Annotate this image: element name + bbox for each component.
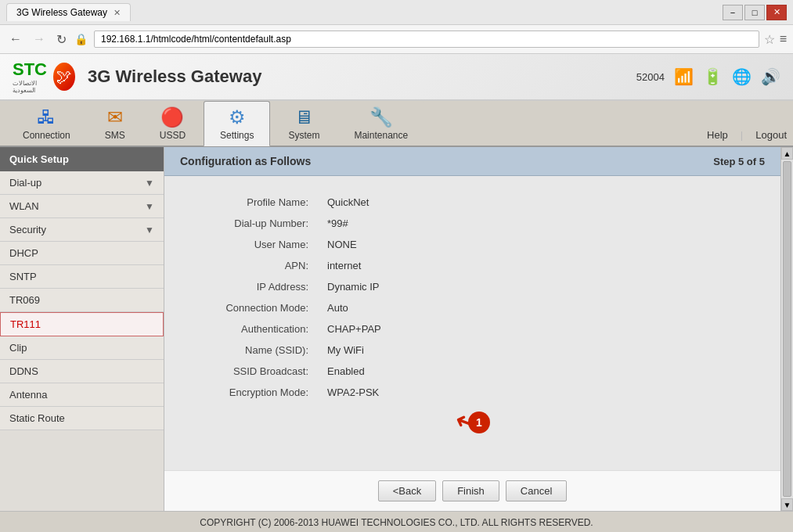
table-row: Authentication:CHAP+PAP [196, 318, 749, 340]
stc-sub: الاتصالات السعودية [13, 80, 50, 94]
config-content: Profile Name:QuickNetDial-up Number:*99#… [164, 176, 780, 470]
field-label: Encryption Mode: [196, 382, 321, 403]
field-value: WPA2-PSK [321, 382, 749, 403]
tab-settings[interactable]: ⚙ Settings [204, 101, 270, 146]
back-button[interactable]: ← [6, 31, 25, 48]
config-table: Profile Name:QuickNetDial-up Number:*99#… [196, 192, 749, 403]
forward-button[interactable]: → [30, 31, 49, 48]
field-value: My WiFi [321, 340, 749, 361]
field-value: *99# [321, 213, 749, 234]
sidebar-item-antenna[interactable]: Antenna [0, 383, 164, 407]
sidebar-item-sntp[interactable]: SNTP [0, 265, 164, 289]
field-label: SSID Broadcast: [196, 361, 321, 382]
table-row: Dial-up Number:*99# [196, 213, 749, 234]
lock-icon: 🔒 [74, 33, 88, 45]
table-row: SSID Broadcast:Enabled [196, 361, 749, 382]
scrollbar[interactable]: ▲ ▼ [780, 147, 793, 511]
annotation-area: ➜ 1 [196, 409, 749, 435]
sidebar-item-tr111[interactable]: TR111 [0, 312, 164, 336]
sidebar-item-dialup[interactable]: Dial-up ▼ [0, 171, 164, 195]
table-row: User Name:NONE [196, 234, 749, 255]
field-label: Dial-up Number: [196, 213, 321, 234]
panel-inner: Configuration as Follows Step 5 of 5 Pro… [164, 147, 780, 511]
sidebar-item-ddns-label: DDNS [9, 365, 38, 377]
tab-ussd-label: USSD [160, 130, 186, 141]
field-value: Auto [321, 297, 749, 318]
tab-settings-label: Settings [220, 130, 254, 141]
nav-divider: | [741, 129, 743, 141]
sidebar-item-static-route-label: Static Route [9, 412, 65, 424]
chevron-down-icon: ▼ [145, 201, 154, 212]
browser-tab[interactable]: 3G Wireless Gateway ✕ [6, 3, 131, 21]
field-label: IP Address: [196, 276, 321, 297]
step-info: Step 5 of 5 [713, 156, 765, 167]
table-row: APN:internet [196, 255, 749, 276]
panel-header: Configuration as Follows Step 5 of 5 [164, 147, 780, 176]
tab-ussd[interactable]: 🔴 USSD [143, 101, 202, 146]
maintenance-icon: 🔧 [369, 106, 393, 128]
tab-sms-label: SMS [105, 130, 125, 141]
field-value: NONE [321, 234, 749, 255]
refresh-button[interactable]: ↻ [53, 31, 70, 49]
url-input[interactable] [94, 31, 759, 48]
sms-icon: ✉ [107, 106, 123, 128]
nav-tabs: 🖧 Connection ✉ SMS 🔴 USSD ⚙ Settings 🖥 S… [0, 101, 793, 147]
menu-icon[interactable]: ≡ [780, 32, 787, 46]
battery-icon: 🔋 [703, 67, 723, 86]
sidebar-item-antenna-label: Antenna [9, 389, 47, 401]
sidebar-item-static-route[interactable]: Static Route [0, 407, 164, 430]
field-label: APN: [196, 255, 321, 276]
speaker-icon: 🔊 [761, 67, 780, 86]
panel-title: Configuration as Follows [180, 155, 311, 167]
table-row: Connection Mode:Auto [196, 297, 749, 318]
ussd-icon: 🔴 [160, 106, 184, 128]
app-title: 3G Wireless Gateway [88, 66, 261, 87]
field-label: Connection Mode: [196, 297, 321, 318]
logout-link[interactable]: Logout [755, 129, 787, 141]
finish-button[interactable]: Finish [442, 480, 499, 501]
table-row: Name (SSID):My WiFi [196, 340, 749, 361]
sidebar-item-dhcp-label: DHCP [9, 247, 38, 259]
sidebar-item-dialup-label: Dial-up [9, 177, 41, 189]
signal-bars-icon: 📶 [674, 67, 694, 86]
sidebar-item-wlan[interactable]: WLAN ▼ [0, 195, 164, 218]
sidebar-item-sntp-label: SNTP [9, 271, 37, 282]
sidebar: Quick Setup Dial-up ▼ WLAN ▼ Security ▼ … [0, 147, 164, 511]
chevron-down-icon: ▼ [145, 225, 154, 235]
logo-area: STC الاتصالات السعودية 🕊 3G Wireless Gat… [13, 61, 261, 92]
main-panel-wrapper: Configuration as Follows Step 5 of 5 Pro… [164, 147, 793, 511]
sidebar-item-clip[interactable]: Clip [0, 336, 164, 360]
minimize-button[interactable]: − [723, 5, 743, 20]
scroll-down-button[interactable]: ▼ [781, 498, 793, 511]
sidebar-item-clip-label: Clip [9, 342, 27, 354]
tab-connection[interactable]: 🖧 Connection [6, 101, 87, 146]
bookmark-icon[interactable]: ☆ [764, 32, 775, 47]
sidebar-item-tr111-label: TR111 [10, 318, 41, 330]
field-value: CHAP+PAP [321, 318, 749, 340]
sidebar-item-tr069[interactable]: TR069 [0, 289, 164, 312]
sidebar-item-security[interactable]: Security ▼ [0, 218, 164, 242]
table-row: Encryption Mode:WPA2-PSK [196, 382, 749, 403]
tab-close-button[interactable]: ✕ [114, 8, 121, 18]
field-value: internet [321, 255, 749, 276]
field-value: Enabled [321, 361, 749, 382]
field-value: Dynamic IP [321, 276, 749, 297]
scroll-thumb[interactable] [783, 161, 791, 497]
cancel-button[interactable]: Cancel [506, 480, 567, 501]
button-row: <Back Finish Cancel [164, 470, 780, 511]
connection-icon: 🖧 [37, 106, 56, 128]
scroll-up-button[interactable]: ▲ [781, 147, 793, 160]
close-button[interactable]: ✕ [766, 5, 787, 20]
help-link[interactable]: Help [707, 129, 728, 141]
sidebar-item-dhcp[interactable]: DHCP [0, 242, 164, 265]
back-button[interactable]: <Back [378, 480, 437, 501]
signal-number: 52004 [636, 71, 665, 83]
maximize-button[interactable]: □ [744, 5, 765, 20]
field-label: User Name: [196, 234, 321, 255]
tab-maintenance[interactable]: 🔧 Maintenance [337, 101, 424, 146]
tab-system[interactable]: 🖥 System [272, 101, 336, 146]
tab-connection-label: Connection [23, 130, 70, 141]
sidebar-item-ddns[interactable]: DDNS [0, 360, 164, 383]
table-row: Profile Name:QuickNet [196, 192, 749, 213]
tab-sms[interactable]: ✉ SMS [88, 101, 142, 146]
